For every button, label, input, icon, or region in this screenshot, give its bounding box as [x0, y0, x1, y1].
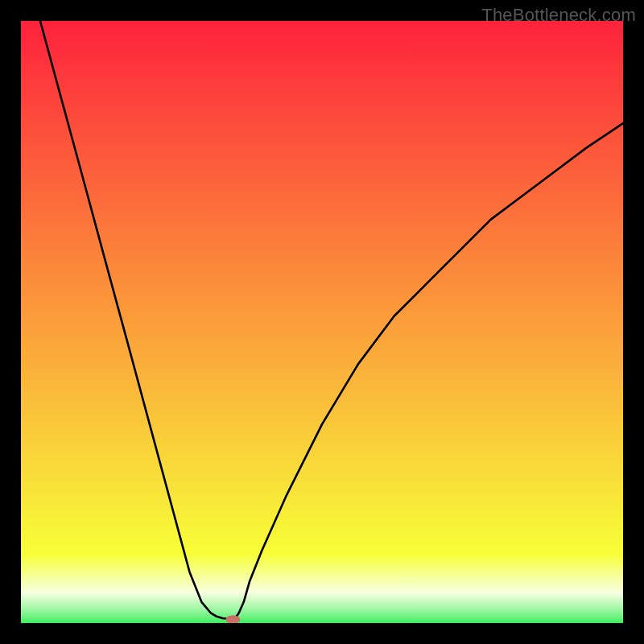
chart-frame: TheBottleneck.com — [0, 0, 644, 644]
gradient-background — [21, 21, 623, 623]
chart-svg — [21, 21, 623, 623]
watermark-text: TheBottleneck.com — [481, 5, 636, 26]
plot-area — [21, 21, 623, 623]
